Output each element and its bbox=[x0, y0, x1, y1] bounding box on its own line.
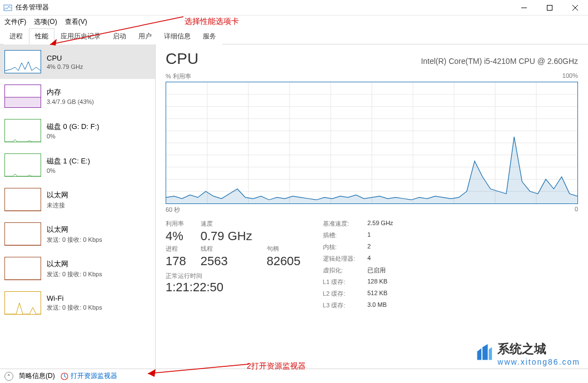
value-uptime: 1:21:22:50 bbox=[166, 280, 301, 295]
thumb-icon bbox=[4, 257, 41, 280]
sidebar-item-mem-1[interactable]: 内存3.4/7.9 GB (43%) bbox=[0, 79, 155, 113]
sidebar-item-name: Wi-Fi bbox=[47, 294, 102, 302]
thumb-icon bbox=[4, 84, 41, 108]
tab-1[interactable]: 性能 bbox=[29, 28, 54, 44]
thumb-icon bbox=[4, 119, 41, 142]
sidebar-item-name: CPU bbox=[47, 54, 83, 62]
thumb-icon bbox=[4, 222, 41, 246]
label-speed: 速度 bbox=[201, 220, 252, 228]
tab-6[interactable]: 服务 bbox=[197, 28, 222, 44]
stat-value-5: 128 KB bbox=[367, 278, 393, 286]
value-processes: 178 bbox=[166, 254, 186, 268]
stat-value-6: 512 KB bbox=[367, 290, 393, 298]
close-button[interactable] bbox=[562, 0, 588, 16]
tab-bar: 进程性能应用历史记录启动用户详细信息服务 bbox=[0, 28, 588, 44]
maximize-button[interactable] bbox=[537, 0, 562, 16]
sidebar-item-sub: 发送: 0 接收: 0 Kbps bbox=[47, 270, 102, 278]
sidebar-item-sub: 0% bbox=[47, 167, 90, 174]
minimize-button[interactable] bbox=[511, 0, 537, 16]
stat-value-4: 已启用 bbox=[367, 266, 393, 275]
label-utilization: 利用率 bbox=[166, 220, 186, 228]
tab-5[interactable]: 详细信息 bbox=[158, 28, 197, 44]
open-resmon-link[interactable]: 打开资源监视器 bbox=[61, 371, 117, 381]
stat-label-4: 虚拟化: bbox=[323, 266, 355, 275]
sidebar-item-eth-4[interactable]: 以太网未连接 bbox=[0, 182, 155, 217]
body: CPU4% 0.79 GHz内存3.4/7.9 GB (43%)磁盘 0 (G:… bbox=[0, 44, 588, 370]
menubar: 文件(F) 选项(O) 查看(V) bbox=[0, 16, 588, 28]
stat-label-5: L1 缓存: bbox=[323, 278, 355, 286]
window-controls bbox=[511, 0, 588, 16]
value-handles: 82605 bbox=[267, 254, 301, 268]
tab-2[interactable]: 应用历史记录 bbox=[54, 28, 107, 44]
label-handles: 句柄 bbox=[267, 245, 301, 253]
thumb-icon bbox=[4, 50, 41, 73]
tab-0[interactable]: 进程 bbox=[3, 28, 29, 44]
chart-label-topright: 100% bbox=[562, 72, 578, 81]
window-title: 任务管理器 bbox=[16, 3, 511, 12]
stat-value-1: 1 bbox=[367, 231, 393, 240]
sidebar-item-sub: 0% bbox=[47, 133, 99, 140]
brief-info-link[interactable]: 简略信息(D) bbox=[19, 371, 55, 381]
chart-label-bottomright: 0 bbox=[575, 206, 578, 214]
titlebar: 任务管理器 bbox=[0, 0, 588, 16]
stat-label-7: L3 缓存: bbox=[323, 301, 355, 310]
value-threads: 2563 bbox=[201, 254, 252, 268]
thumb-icon bbox=[4, 291, 41, 315]
stat-label-6: L2 缓存: bbox=[323, 290, 355, 298]
sidebar-item-name: 内存 bbox=[47, 87, 94, 97]
sidebar-item-sub: 发送: 0 接收: 0 Kbps bbox=[47, 304, 102, 312]
value-speed: 0.79 GHz bbox=[201, 229, 252, 243]
footer: ⌃ 简略信息(D) 打开资源监视器 bbox=[0, 369, 588, 383]
sidebar-item-sub: 3.4/7.9 GB (43%) bbox=[47, 98, 94, 105]
chart-label-topleft: % 利用率 bbox=[166, 72, 191, 81]
sidebar: CPU4% 0.79 GHz内存3.4/7.9 GB (43%)磁盘 0 (G:… bbox=[0, 44, 156, 370]
sidebar-item-sub: 未连接 bbox=[47, 201, 68, 210]
resmon-icon bbox=[61, 372, 68, 380]
sidebar-item-wifi-7[interactable]: Wi-Fi发送: 0 接收: 0 Kbps bbox=[0, 286, 155, 320]
sidebar-item-name: 以太网 bbox=[47, 190, 68, 200]
cpu-model: Intel(R) Core(TM) i5-4210M CPU @ 2.60GHz bbox=[421, 57, 578, 66]
stat-label-1: 插槽: bbox=[323, 231, 355, 240]
sidebar-item-disk-3[interactable]: 磁盘 1 (C: E:)0% bbox=[0, 148, 155, 182]
chart-label-bottomleft: 60 秒 bbox=[166, 206, 180, 214]
tab-4[interactable]: 用户 bbox=[132, 28, 158, 44]
sidebar-item-name: 磁盘 0 (G: D: F:) bbox=[47, 122, 99, 132]
sidebar-item-eth-5[interactable]: 以太网发送: 0 接收: 0 Kbps bbox=[0, 217, 155, 251]
detail-panel: CPU Intel(R) Core(TM) i5-4210M CPU @ 2.6… bbox=[156, 44, 588, 370]
value-utilization: 4% bbox=[166, 229, 186, 243]
tab-3[interactable]: 启动 bbox=[107, 28, 132, 44]
menu-options[interactable]: 选项(O) bbox=[34, 17, 57, 27]
menu-file[interactable]: 文件(F) bbox=[4, 17, 26, 27]
label-processes: 进程 bbox=[166, 245, 186, 253]
svg-rect-5 bbox=[5, 97, 41, 107]
thumb-icon bbox=[4, 188, 41, 211]
sidebar-item-disk-2[interactable]: 磁盘 0 (G: D: F:)0% bbox=[0, 113, 155, 148]
stat-value-7: 3.0 MB bbox=[367, 301, 393, 310]
stat-value-3: 4 bbox=[367, 255, 393, 263]
stat-value-0: 2.59 GHz bbox=[367, 220, 393, 228]
stat-label-0: 基准速度: bbox=[323, 220, 355, 228]
sidebar-item-cpu-0[interactable]: CPU4% 0.79 GHz bbox=[0, 44, 155, 79]
label-threads: 线程 bbox=[201, 245, 252, 253]
sidebar-item-eth-6[interactable]: 以太网发送: 0 接收: 0 Kbps bbox=[0, 251, 155, 286]
stat-label-2: 内核: bbox=[323, 243, 355, 251]
app-icon bbox=[3, 3, 12, 12]
thumb-icon bbox=[4, 153, 41, 177]
label-uptime: 正常运行时间 bbox=[166, 272, 301, 280]
menu-view[interactable]: 查看(V) bbox=[65, 17, 87, 27]
sidebar-item-sub: 4% 0.79 GHz bbox=[47, 63, 83, 70]
sidebar-item-name: 以太网 bbox=[47, 225, 102, 235]
cpu-chart[interactable] bbox=[166, 82, 578, 204]
stat-label-3: 逻辑处理器: bbox=[323, 255, 355, 263]
detail-title: CPU bbox=[166, 50, 198, 68]
sidebar-item-name: 以太网 bbox=[47, 259, 102, 269]
svg-rect-2 bbox=[547, 5, 552, 10]
sidebar-item-sub: 发送: 0 接收: 0 Kbps bbox=[47, 236, 102, 244]
stat-value-2: 2 bbox=[367, 243, 393, 251]
sidebar-item-name: 磁盘 1 (C: E:) bbox=[47, 156, 90, 166]
expand-icon[interactable]: ⌃ bbox=[4, 372, 13, 381]
